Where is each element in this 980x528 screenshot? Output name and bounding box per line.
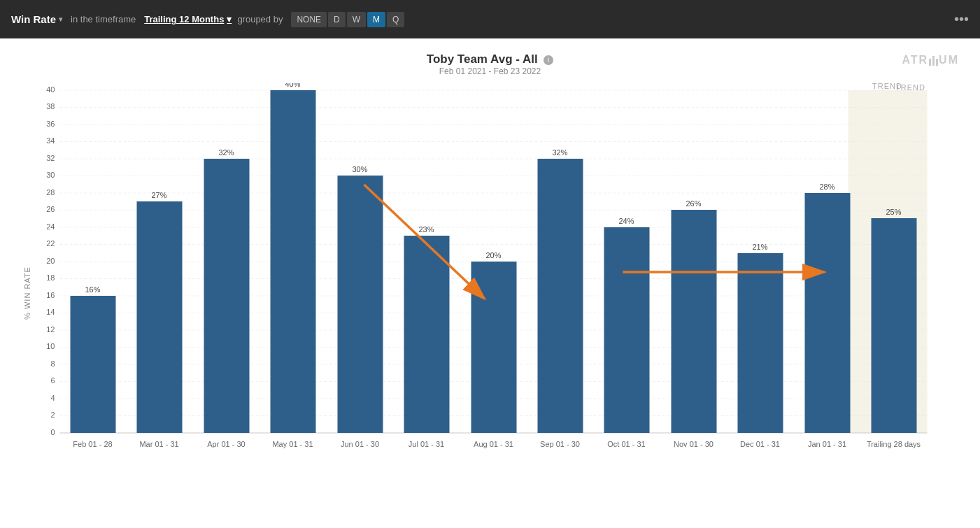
group-btn-q[interactable]: Q — [387, 12, 404, 27]
svg-text:May 01 - 31: May 01 - 31 — [272, 440, 313, 448]
svg-text:25%: 25% — [886, 208, 901, 216]
bar-chart: TREND — [21, 83, 959, 482]
more-options-button[interactable]: ••• — [954, 11, 969, 27]
bar-aug — [471, 262, 517, 433]
svg-text:Feb 01 - 28: Feb 01 - 28 — [73, 440, 112, 448]
svg-text:6: 6 — [50, 376, 55, 385]
chart-title: Toby Team Avg - All — [427, 52, 538, 66]
svg-text:12: 12 — [46, 325, 55, 334]
trend-label: TREND — [895, 83, 925, 92]
bar-sep — [538, 159, 583, 433]
group-by-buttons: NONEDWMQ — [291, 12, 404, 27]
svg-text:21%: 21% — [752, 243, 767, 251]
svg-text:34: 34 — [46, 136, 55, 145]
svg-text:Trailing 28 days: Trailing 28 days — [867, 440, 921, 448]
svg-text:16: 16 — [46, 291, 55, 299]
bar-trailing — [872, 218, 917, 433]
svg-text:22: 22 — [46, 239, 55, 248]
svg-text:32%: 32% — [218, 148, 234, 157]
group-btn-d[interactable]: D — [328, 12, 346, 27]
bar-dec — [738, 253, 783, 433]
svg-text:% WIN RATE: % WIN RATE — [23, 266, 31, 320]
svg-text:Jan 01 - 31: Jan 01 - 31 — [808, 440, 846, 448]
svg-text:40%: 40% — [285, 83, 300, 88]
svg-text:0: 0 — [50, 428, 55, 436]
svg-text:30: 30 — [46, 171, 55, 179]
chart-date-range: Feb 01 2021 - Feb 23 2022 — [21, 66, 959, 76]
svg-text:30%: 30% — [352, 165, 367, 173]
info-icon[interactable]: i — [544, 55, 553, 65]
chart-header: Toby Team Avg - All i Feb 01 2021 - Feb … — [21, 52, 959, 76]
svg-text:4: 4 — [50, 394, 55, 402]
svg-text:36: 36 — [46, 120, 55, 128]
svg-text:Sep 01 - 30: Sep 01 - 30 — [540, 440, 580, 448]
group-btn-w[interactable]: W — [347, 12, 366, 27]
svg-text:18: 18 — [46, 273, 55, 282]
svg-text:Oct 01 - 31: Oct 01 - 31 — [607, 440, 645, 448]
chart-area: Toby Team Avg - All i Feb 01 2021 - Feb … — [0, 38, 980, 528]
atrillum-logo: ATR UM — [902, 54, 959, 66]
svg-text:40: 40 — [46, 85, 55, 94]
timeframe-chevron-icon: ▾ — [227, 14, 232, 24]
bar-apr — [204, 159, 250, 433]
bar-jun — [338, 176, 383, 433]
metric-chevron-icon: ▾ — [59, 15, 62, 23]
svg-text:16%: 16% — [85, 285, 100, 294]
svg-text:8: 8 — [50, 359, 55, 368]
svg-text:14: 14 — [46, 308, 55, 316]
group-btn-m[interactable]: M — [367, 12, 385, 27]
bar-may — [271, 90, 316, 433]
svg-text:26: 26 — [46, 205, 55, 213]
bar-feb — [71, 296, 116, 433]
svg-text:Nov 01 - 30: Nov 01 - 30 — [674, 440, 713, 448]
chart-svg-wrapper: TREND TREND — [21, 83, 959, 485]
timeframe-label: Trailing 12 Months — [144, 14, 224, 24]
svg-text:Dec 01 - 31: Dec 01 - 31 — [740, 440, 780, 448]
svg-text:10: 10 — [46, 342, 55, 350]
svg-text:24%: 24% — [618, 217, 634, 225]
bar-jul — [404, 236, 450, 433]
logo-bars-icon — [929, 56, 938, 66]
svg-text:28%: 28% — [819, 183, 835, 191]
groupby-label: grouped by — [237, 14, 283, 24]
bar-nov — [672, 210, 717, 433]
top-navigation: Win Rate ▾ in the timeframe Trailing 12 … — [0, 0, 980, 38]
svg-text:Mar 01 - 31: Mar 01 - 31 — [139, 440, 178, 448]
svg-text:Jul 01 - 31: Jul 01 - 31 — [409, 440, 444, 448]
metric-label: Win Rate — [11, 13, 56, 25]
bar-oct — [604, 227, 650, 433]
svg-text:32: 32 — [46, 154, 55, 162]
svg-text:2: 2 — [50, 411, 55, 419]
svg-text:20%: 20% — [485, 251, 501, 259]
svg-text:23%: 23% — [418, 225, 434, 234]
bar-jan — [805, 193, 851, 433]
svg-text:32%: 32% — [552, 148, 567, 157]
chart-title-row: Toby Team Avg - All i — [21, 52, 959, 66]
group-btn-none[interactable]: NONE — [291, 12, 327, 27]
svg-text:27%: 27% — [151, 191, 166, 199]
timeframe-selector[interactable]: Trailing 12 Months ▾ — [144, 14, 232, 24]
svg-text:Jun 01 - 30: Jun 01 - 30 — [341, 440, 379, 448]
metric-selector[interactable]: Win Rate ▾ — [11, 13, 62, 25]
svg-text:26%: 26% — [686, 199, 701, 208]
svg-text:24: 24 — [46, 222, 55, 231]
svg-text:38: 38 — [46, 102, 55, 110]
svg-text:Apr 01 - 30: Apr 01 - 30 — [207, 440, 245, 448]
svg-text:28: 28 — [46, 188, 55, 197]
svg-text:20: 20 — [46, 257, 55, 265]
bar-mar — [137, 201, 183, 433]
svg-text:Aug 01 - 31: Aug 01 - 31 — [474, 440, 513, 448]
timeframe-separator: in the timeframe — [71, 14, 136, 24]
